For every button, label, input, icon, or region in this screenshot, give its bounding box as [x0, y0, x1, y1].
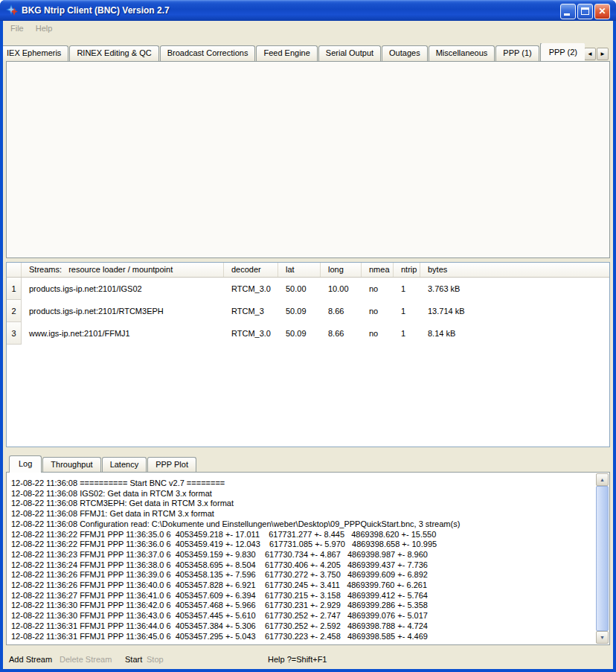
- stream-bytes: 8.14 kB: [420, 322, 609, 345]
- stream-ntrip: 1: [394, 278, 420, 300]
- log-line: 12-08-22 11:36:08 ========== Start BNC v…: [11, 479, 596, 489]
- stream-row-3[interactable]: 3 www.igs-ip.net:2101/FFMJ1 RTCM_3.0 50.…: [7, 322, 609, 345]
- stream-mountpoint: products.igs-ip.net:2101/RTCM3EPH: [22, 300, 224, 322]
- stream-long: 8.66: [321, 300, 362, 322]
- minimize-button[interactable]: [560, 4, 576, 19]
- tab-rinex-editing-qc[interactable]: RINEX Editing & QC: [69, 45, 158, 61]
- stream-ntrip: 1: [394, 300, 420, 322]
- stream-ntrip: 1: [394, 322, 420, 345]
- stream-long: 10.00: [321, 278, 362, 300]
- log-scrollbar[interactable]: ▲ ▼: [596, 473, 609, 644]
- ppp2-panel: [6, 61, 610, 258]
- streams-table-header: Streams: resource loader / mountpoint de…: [7, 263, 609, 278]
- log-line: 12-08-22 11:36:24 FFMJ1 PPP 11:36:38.0 6…: [11, 560, 596, 571]
- header-long: long: [321, 263, 362, 277]
- log-line: 12-08-22 11:36:08 Configuration read: C:…: [11, 519, 596, 530]
- stream-nmea: no: [362, 322, 394, 345]
- minimize-icon: [564, 13, 570, 16]
- tab-ppp-1[interactable]: PPP (1): [495, 45, 539, 61]
- log-line: 12-08-22 11:36:26 FFMJ1 PPP 11:36:40.0 6…: [11, 580, 596, 591]
- close-button[interactable]: ✕: [594, 4, 610, 19]
- log-line: 12-08-22 11:36:08 FFMJ1: Get data in RTC…: [11, 509, 596, 519]
- start-button[interactable]: Start: [125, 653, 142, 665]
- log-line: 12-08-22 11:36:27 FFMJ1 PPP 11:36:41.0 6…: [11, 591, 596, 601]
- stop-button[interactable]: Stop: [147, 653, 164, 665]
- stream-decoder: RTCM_3.0: [224, 322, 278, 345]
- add-stream-button[interactable]: Add Stream: [9, 653, 52, 665]
- app-icon[interactable]: [6, 4, 18, 16]
- log-line: 12-08-22 11:36:30 FFMJ1 PPP 11:36:42.0 6…: [11, 601, 596, 611]
- menu-file[interactable]: File: [10, 24, 24, 33]
- tab-feed-engine[interactable]: Feed Engine: [256, 45, 317, 61]
- log-line: 12-08-22 11:36:08 IGS02: Get data in RTC…: [11, 489, 596, 499]
- tab-ppp-plot[interactable]: PPP Plot: [147, 457, 196, 472]
- tab-rinex-ephemeris[interactable]: IEX Ephemeris: [3, 45, 68, 61]
- tab-throughput[interactable]: Throughput: [42, 457, 100, 472]
- streams-table: Streams: resource loader / mountpoint de…: [6, 262, 610, 447]
- maximize-button[interactable]: [577, 4, 593, 19]
- log-line: 12-08-22 11:36:23 FFMJ1 PPP 11:36:37.0 6…: [11, 550, 596, 560]
- maximize-icon: [581, 7, 589, 15]
- scroll-up-icon[interactable]: ▲: [596, 473, 609, 486]
- stream-row-2[interactable]: 2 products.igs-ip.net:2101/RTCM3EPH RTCM…: [7, 300, 609, 322]
- tab-outages[interactable]: Outages: [382, 45, 428, 61]
- row-number[interactable]: 2: [7, 300, 22, 322]
- row-number[interactable]: 3: [7, 322, 22, 345]
- header-streams: Streams: resource loader / mountpoint: [22, 263, 224, 277]
- help-shortcut-label: Help ?=Shift+F1: [268, 653, 327, 665]
- stream-decoder: RTCM_3.0: [224, 278, 278, 300]
- log-line: 12-08-22 11:36:30 FFMJ1 PPP 11:36:43.0 6…: [11, 611, 596, 621]
- stream-bytes: 3.763 kB: [420, 278, 609, 300]
- header-nmea: nmea: [362, 263, 394, 277]
- stream-nmea: no: [362, 278, 394, 300]
- tab-scroll-left-icon[interactable]: ◄: [584, 48, 596, 60]
- scroll-down-icon[interactable]: ▼: [596, 631, 609, 644]
- tab-ppp-2[interactable]: PPP (2): [540, 43, 585, 61]
- tab-scroll-right-icon[interactable]: ►: [597, 48, 609, 60]
- tab-broadcast-corrections[interactable]: Broadcast Corrections: [160, 45, 256, 61]
- window-title: BKG Ntrip Client (BNC) Version 2.7: [22, 5, 170, 16]
- header-corner: [7, 263, 22, 277]
- tab-serial-output[interactable]: Serial Output: [318, 45, 381, 61]
- stream-lat: 50.09: [278, 300, 321, 322]
- menubar: File Help: [3, 21, 613, 36]
- stream-lat: 50.09: [278, 322, 321, 345]
- menu-help[interactable]: Help: [36, 24, 53, 33]
- delete-stream-button[interactable]: Delete Stream: [60, 653, 112, 665]
- stream-lat: 50.00: [278, 278, 321, 300]
- header-decoder: decoder: [224, 263, 278, 277]
- window-controls: ✕: [560, 4, 610, 19]
- main-tabbar: IEX Ephemeris RINEX Editing & QC Broadca…: [3, 43, 585, 61]
- bottom-tabbar: Log Throughput Latency PPP Plot: [9, 455, 197, 472]
- row-number[interactable]: 1: [7, 278, 22, 300]
- scrollbar-thumb[interactable]: [596, 486, 609, 631]
- tab-scroll-arrows: ◄ ►: [584, 48, 609, 60]
- stream-row-1[interactable]: 1 products.igs-ip.net:2101/IGS02 RTCM_3.…: [7, 278, 609, 300]
- stream-nmea: no: [362, 300, 394, 322]
- stream-mountpoint: products.igs-ip.net:2101/IGS02: [22, 278, 224, 300]
- header-ntrip: ntrip: [394, 263, 420, 277]
- stream-mountpoint: www.igs-ip.net:2101/FFMJ1: [22, 322, 224, 345]
- tab-miscellaneous[interactable]: Miscellaneous: [429, 45, 495, 61]
- close-icon: ✕: [595, 4, 609, 19]
- log-text-area[interactable]: 12-08-22 11:36:08 ========== Start BNC v…: [7, 473, 596, 644]
- stream-decoder: RTCM_3: [224, 300, 278, 322]
- header-lat: lat: [278, 263, 321, 277]
- stream-long: 8.66: [321, 322, 362, 345]
- log-line: 12-08-22 11:36:22 FFMJ1 PPP 11:36:36.0 6…: [11, 540, 596, 550]
- tab-log[interactable]: Log: [9, 455, 42, 473]
- header-bytes: bytes: [420, 263, 609, 277]
- log-line: 12-08-22 11:36:31 FFMJ1 PPP 11:36:44.0 6…: [11, 621, 596, 632]
- titlebar[interactable]: BKG Ntrip Client (BNC) Version 2.7 ✕: [0, 0, 616, 21]
- stream-bytes: 13.714 kB: [420, 300, 609, 322]
- app-window: BKG Ntrip Client (BNC) Version 2.7 ✕ Fil…: [0, 0, 616, 672]
- log-line: 12-08-22 11:36:26 FFMJ1 PPP 11:36:39.0 6…: [11, 570, 596, 580]
- log-line: 12-08-22 11:36:22 FFMJ1 PPP 11:36:35.0 6…: [11, 530, 596, 540]
- log-line: 12-08-22 11:36:31 FFMJ1 PPP 11:36:45.0 6…: [11, 632, 596, 642]
- log-panel: 12-08-22 11:36:08 ========== Start BNC v…: [6, 472, 610, 645]
- tab-latency[interactable]: Latency: [102, 457, 147, 472]
- log-line: 12-08-22 11:36:08 RTCM3EPH: Get data in …: [11, 499, 596, 509]
